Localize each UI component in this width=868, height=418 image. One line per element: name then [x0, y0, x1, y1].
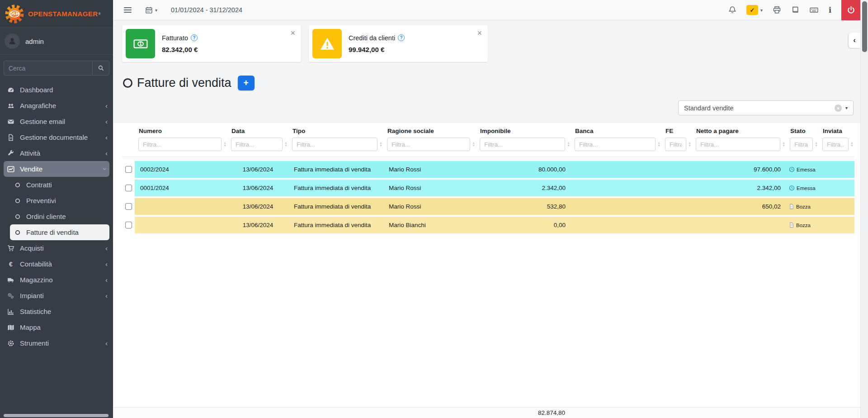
- filter-ragione-input[interactable]: [387, 138, 470, 151]
- circle-icon: [14, 198, 22, 204]
- filter-banca-input[interactable]: [575, 138, 656, 151]
- vendite-submenu: Contratti Preventivi Ordini cliente Fatt…: [0, 177, 113, 240]
- clear-icon[interactable]: ×: [835, 104, 842, 112]
- sort-icon[interactable]: ▲▼: [379, 142, 383, 147]
- view-select-value: Standard vendite: [684, 104, 734, 112]
- date-range[interactable]: 01/01/2024 - 31/12/2024: [171, 6, 242, 14]
- col-header-inviata[interactable]: Inviata: [819, 128, 854, 136]
- col-header-netto-a-pagare[interactable]: Netto a pagare: [692, 128, 786, 136]
- sort-icon[interactable]: ▲▼: [850, 142, 854, 147]
- row-checkbox[interactable]: [125, 222, 132, 228]
- filter-netto-input[interactable]: [696, 138, 780, 151]
- filter-fe-input[interactable]: [665, 138, 686, 151]
- notifications-button[interactable]: [728, 6, 736, 14]
- filter-numero-input[interactable]: [138, 138, 222, 151]
- widgets-panel-toggle[interactable]: ‹: [849, 33, 860, 48]
- sidebar-item-acquisti[interactable]: Acquisti ‹: [0, 240, 113, 256]
- row-checkbox[interactable]: [125, 185, 132, 191]
- col-header-banca[interactable]: Banca: [571, 128, 661, 136]
- avatar: [5, 33, 20, 49]
- info-button[interactable]: i: [829, 6, 831, 14]
- vertical-scrollbar[interactable]: [860, 0, 868, 418]
- sidebar: OSM OpenSTAManager ® admin Dashboard Ana…: [0, 0, 113, 418]
- sort-icon[interactable]: ▲▼: [223, 142, 227, 147]
- sort-icon[interactable]: ▲▼: [688, 142, 692, 147]
- sidebar-item-ordini-cliente[interactable]: Ordini cliente: [0, 209, 113, 224]
- sidebar-item-gestione-email[interactable]: Gestione email ‹: [0, 114, 113, 129]
- cell-data: 13/06/2024: [227, 217, 288, 233]
- sidebar-horizontal-scrollbar[interactable]: [4, 414, 108, 417]
- row-checkbox[interactable]: [125, 203, 132, 210]
- sidebar-item-contabilita[interactable]: € Contabilità ‹: [0, 256, 113, 272]
- sidebar-item-gestione-documentale[interactable]: Gestione documentale ‹: [0, 129, 113, 145]
- sort-icon[interactable]: ▲▼: [284, 142, 288, 147]
- table-row[interactable]: 13/06/2024 Fattura immediata di vendita …: [122, 198, 854, 215]
- sort-icon[interactable]: ▲▼: [567, 142, 571, 147]
- close-icon[interactable]: ×: [477, 29, 482, 37]
- cell-inviata: [819, 217, 854, 233]
- menu-toggle-icon[interactable]: [124, 7, 132, 13]
- sidebar-item-statistiche[interactable]: Statistiche: [0, 304, 113, 319]
- table-row[interactable]: 13/06/2024 Fattura immediata di vendita …: [122, 217, 854, 233]
- user-panel[interactable]: admin: [0, 28, 113, 55]
- col-header-imponibile[interactable]: Imponibile: [476, 128, 571, 136]
- cell-banca: [571, 180, 661, 196]
- docs-button[interactable]: [791, 6, 799, 14]
- filter-tipo-input[interactable]: [292, 138, 377, 151]
- table-row[interactable]: 0001/2024 13/06/2024 Fattura immediata d…: [122, 180, 854, 196]
- shortcuts-button[interactable]: [809, 6, 819, 14]
- filter-stato-input[interactable]: [790, 138, 813, 151]
- power-icon: [847, 6, 855, 14]
- sidebar-item-preventivi[interactable]: Preventivi: [0, 193, 113, 209]
- filter-data-input[interactable]: [231, 138, 283, 151]
- view-select[interactable]: Standard vendite × ▾: [678, 100, 854, 115]
- cell-netto-a-pagare: 650,02: [692, 198, 786, 215]
- check-icon: ✓: [750, 7, 755, 14]
- row-checkbox[interactable]: [125, 166, 132, 173]
- cell-netto-a-pagare: [692, 217, 786, 233]
- logo[interactable]: OSM OpenSTAManager ®: [0, 0, 113, 28]
- cell-tipo: Fattura immediata di vendita: [288, 217, 383, 233]
- table-row[interactable]: 0002/2024 13/06/2024 Fattura immediata d…: [122, 161, 854, 178]
- add-invoice-button[interactable]: +: [238, 76, 255, 90]
- app-name: OpenSTAManager: [28, 10, 98, 18]
- logout-button[interactable]: [841, 0, 860, 20]
- cell-numero: 0002/2024: [135, 161, 227, 178]
- calendar-picker[interactable]: ▾: [145, 6, 157, 14]
- col-header-data[interactable]: Data: [227, 128, 288, 136]
- search-input[interactable]: [4, 61, 92, 76]
- keyboard-icon: [809, 6, 819, 14]
- print-button[interactable]: [773, 6, 781, 14]
- col-header-tipo[interactable]: Tipo: [288, 128, 383, 136]
- col-header-ragione-sociale[interactable]: Ragione sociale: [383, 128, 476, 136]
- sidebar-item-attivita[interactable]: Attività ‹: [0, 145, 113, 161]
- col-header-stato[interactable]: Stato: [786, 128, 819, 136]
- sidebar-item-anagrafiche[interactable]: Anagrafiche ‹: [0, 98, 113, 114]
- scrollbar-thumb[interactable]: [862, 1, 867, 52]
- help-icon[interactable]: ?: [191, 34, 198, 41]
- col-header-numero[interactable]: Numero: [135, 128, 227, 136]
- sidebar-item-dashboard[interactable]: Dashboard: [0, 82, 113, 98]
- sidebar-item-magazzino[interactable]: Magazzino ‹: [0, 272, 113, 288]
- sort-icon[interactable]: ▲▼: [782, 142, 786, 147]
- help-icon[interactable]: ?: [398, 34, 405, 41]
- caret-down-icon[interactable]: ▾: [760, 8, 763, 13]
- truck-icon: [6, 276, 15, 284]
- sidebar-item-fatture-di-vendita[interactable]: Fatture di vendita: [10, 224, 109, 240]
- sidebar-item-strumenti[interactable]: Strumenti ‹: [0, 335, 113, 351]
- sort-icon[interactable]: ▲▼: [472, 142, 476, 147]
- sidebar-item-vendite[interactable]: Vendite ‹: [4, 161, 109, 177]
- tasks-check-button[interactable]: ✓: [746, 5, 758, 15]
- sidebar-item-mappa[interactable]: Mappa: [0, 319, 113, 335]
- sidebar-item-contratti[interactable]: Contratti: [0, 177, 113, 193]
- card-title: Crediti da clienti: [349, 34, 395, 42]
- circle-icon: [14, 229, 22, 236]
- filter-imponibile-input[interactable]: [480, 138, 565, 151]
- filter-inviata-input[interactable]: [822, 138, 849, 151]
- close-icon[interactable]: ×: [290, 29, 295, 37]
- col-header-fe[interactable]: FE: [661, 128, 692, 136]
- sort-icon[interactable]: ▲▼: [657, 142, 661, 147]
- sort-icon[interactable]: ▲▼: [815, 142, 819, 147]
- sidebar-item-impianti[interactable]: Impianti ‹: [0, 288, 113, 304]
- search-button[interactable]: [92, 61, 109, 76]
